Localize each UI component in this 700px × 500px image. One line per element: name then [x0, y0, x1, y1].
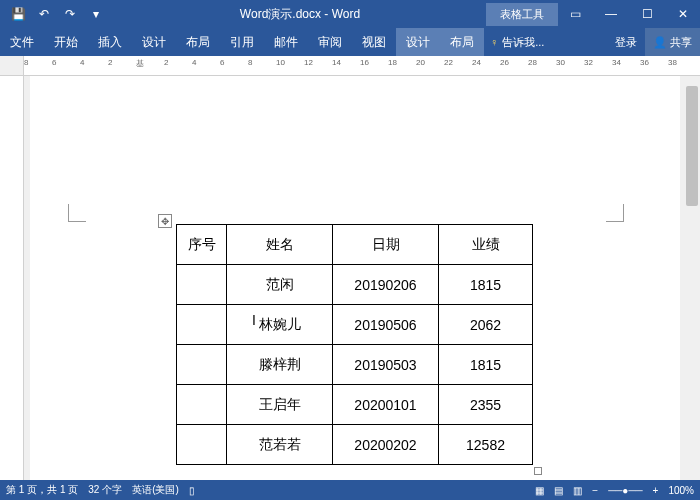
tab-file[interactable]: 文件: [0, 28, 44, 56]
tab-insert[interactable]: 插入: [88, 28, 132, 56]
table-cell[interactable]: 2355: [439, 385, 533, 425]
table-cell[interactable]: 范闲: [227, 265, 333, 305]
margin-corner-tl: [68, 204, 86, 222]
ruler-tick: 38: [668, 58, 677, 67]
table-cell[interactable]: 20190503: [333, 345, 439, 385]
table-cell[interactable]: 王启年: [227, 385, 333, 425]
table-cell[interactable]: 20200101: [333, 385, 439, 425]
table-row[interactable]: 范闲 20190206 1815: [177, 265, 533, 305]
ruler-tick: 6: [52, 58, 56, 67]
share-button[interactable]: 👤共享: [645, 28, 700, 56]
ruler-tick: 4: [192, 58, 196, 67]
table-cell[interactable]: 范若若: [227, 425, 333, 465]
tell-me-search[interactable]: ♀告诉我...: [484, 28, 607, 56]
table-row[interactable]: 滕梓荆 20190503 1815: [177, 345, 533, 385]
header-cell[interactable]: 序号: [177, 225, 227, 265]
zoom-level[interactable]: 100%: [668, 485, 694, 496]
table-row[interactable]: 王启年 20200101 2355: [177, 385, 533, 425]
table-row[interactable]: 林婉儿 20190506 2062: [177, 305, 533, 345]
table-cell[interactable]: [177, 385, 227, 425]
share-icon: 👤: [653, 36, 667, 49]
status-wordcount[interactable]: 32 个字: [88, 483, 122, 497]
tab-table-design[interactable]: 设计: [396, 28, 440, 56]
table-move-handle[interactable]: ✥: [158, 214, 172, 228]
header-cell[interactable]: 业绩: [439, 225, 533, 265]
tab-home[interactable]: 开始: [44, 28, 88, 56]
table-row[interactable]: 范若若 20200202 12582: [177, 425, 533, 465]
ruler-tick: 32: [584, 58, 593, 67]
horizontal-ruler-area: 8642基2468101214161820222426283032343638: [0, 56, 700, 76]
table-cell[interactable]: 林婉儿: [227, 305, 333, 345]
table-cell[interactable]: 2062: [439, 305, 533, 345]
maximize-icon[interactable]: ☐: [630, 0, 664, 28]
ruler-tick: 2: [108, 58, 112, 67]
view-read-icon[interactable]: ▦: [535, 485, 544, 496]
window-controls: ▭ — ☐ ✕: [558, 0, 700, 28]
view-print-icon[interactable]: ▤: [554, 485, 563, 496]
scrollbar-thumb[interactable]: [686, 86, 698, 206]
zoom-slider[interactable]: ──●──: [608, 485, 642, 496]
ruler-tick: 24: [472, 58, 481, 67]
ruler-tick: 36: [640, 58, 649, 67]
table-cell[interactable]: 滕梓荆: [227, 345, 333, 385]
tab-layout[interactable]: 布局: [176, 28, 220, 56]
table-resize-handle[interactable]: [534, 467, 542, 475]
minimize-icon[interactable]: —: [594, 0, 628, 28]
content-table[interactable]: 序号 姓名 日期 业绩 范闲 20190206 1815 林婉儿 2019050…: [176, 224, 533, 465]
login-button[interactable]: 登录: [607, 28, 645, 56]
tab-design[interactable]: 设计: [132, 28, 176, 56]
tab-view[interactable]: 视图: [352, 28, 396, 56]
ruler-tick: 16: [360, 58, 369, 67]
qat-dropdown-icon[interactable]: ▾: [86, 4, 106, 24]
ruler-tick: 22: [444, 58, 453, 67]
zoom-out-icon[interactable]: −: [592, 485, 598, 496]
redo-icon[interactable]: ↷: [60, 4, 80, 24]
table-cell[interactable]: [177, 265, 227, 305]
ruler-tick: 基: [136, 58, 144, 69]
ruler-tick: 26: [500, 58, 509, 67]
context-tab-label: 表格工具: [486, 3, 558, 26]
tab-review[interactable]: 审阅: [308, 28, 352, 56]
ruler-tick: 10: [276, 58, 285, 67]
bulb-icon: ♀: [490, 36, 498, 48]
zoom-in-icon[interactable]: +: [653, 485, 659, 496]
table-cell[interactable]: 20200202: [333, 425, 439, 465]
ruler-tick: 8: [248, 58, 252, 67]
table-cell[interactable]: [177, 345, 227, 385]
document-page[interactable]: ✥ 序号 姓名 日期 业绩 范闲 20190206 1815 林婉儿 20190…: [30, 76, 680, 480]
ruler-corner: [0, 56, 24, 75]
table-cell[interactable]: [177, 425, 227, 465]
view-web-icon[interactable]: ▥: [573, 485, 582, 496]
header-cell[interactable]: 姓名: [227, 225, 333, 265]
tab-mailings[interactable]: 邮件: [264, 28, 308, 56]
table-cell[interactable]: 1815: [439, 265, 533, 305]
ribbon-tabs: 文件 开始 插入 设计 布局 引用 邮件 审阅 视图 设计 布局 ♀告诉我...…: [0, 28, 700, 56]
ribbon-options-icon[interactable]: ▭: [558, 0, 592, 28]
vertical-scrollbar[interactable]: [684, 76, 700, 480]
status-insert-icon[interactable]: ▯: [189, 485, 195, 496]
vertical-ruler[interactable]: [0, 76, 24, 480]
header-cell[interactable]: 日期: [333, 225, 439, 265]
close-icon[interactable]: ✕: [666, 0, 700, 28]
ruler-tick: 28: [528, 58, 537, 67]
horizontal-ruler[interactable]: 8642基2468101214161820222426283032343638: [24, 56, 700, 75]
document-area: ✥ 序号 姓名 日期 业绩 范闲 20190206 1815 林婉儿 20190…: [0, 76, 700, 480]
table-cell[interactable]: 20190206: [333, 265, 439, 305]
ruler-tick: 30: [556, 58, 565, 67]
tell-me-label: 告诉我...: [502, 35, 544, 50]
table-cell[interactable]: 12582: [439, 425, 533, 465]
document-title: Word演示.docx - Word: [114, 6, 486, 23]
table-cell[interactable]: 20190506: [333, 305, 439, 345]
table-cell[interactable]: 1815: [439, 345, 533, 385]
status-language[interactable]: 英语(美国): [132, 483, 179, 497]
ruler-tick: 20: [416, 58, 425, 67]
ruler-tick: 18: [388, 58, 397, 67]
save-icon[interactable]: 💾: [8, 4, 28, 24]
tab-references[interactable]: 引用: [220, 28, 264, 56]
tab-table-layout[interactable]: 布局: [440, 28, 484, 56]
table-header-row[interactable]: 序号 姓名 日期 业绩: [177, 225, 533, 265]
ruler-tick: 8: [24, 58, 28, 67]
undo-icon[interactable]: ↶: [34, 4, 54, 24]
table-cell[interactable]: [177, 305, 227, 345]
status-page[interactable]: 第 1 页，共 1 页: [6, 483, 78, 497]
